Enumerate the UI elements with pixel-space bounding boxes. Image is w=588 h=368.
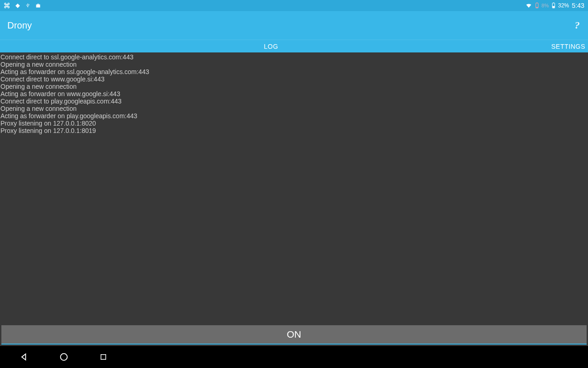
log-line: Connect direct to www.google.si:443 [0,75,588,83]
app-bar: Drony ? [0,11,588,40]
svg-rect-5 [553,6,554,7]
log-line: Opening a new connection [0,61,588,68]
battery2-percent: 32% [558,2,569,9]
nav-bar [0,346,588,368]
battery1-percent: 8% [542,3,549,8]
battery-low-icon [535,2,539,9]
log-line: Connect direct to ssl.google-analytics.c… [0,53,588,61]
usb-icon [25,2,30,9]
wifi-icon [525,3,532,9]
help-icon[interactable]: ? [575,19,581,31]
log-line: Acting as forwarder on ssl.google-analyt… [0,68,588,75]
log-line: Acting as forwarder on www.google.si:443 [0,90,588,98]
log-line: Acting as forwarder on play.googleapis.c… [0,112,588,120]
status-clock: 5:43 [572,2,584,9]
nav-home-button[interactable] [58,351,70,363]
tab-settings[interactable]: SETTINGS [542,40,588,52]
nav-back-button[interactable] [18,351,30,363]
status-bar: 8% 32% 5:43 [0,0,588,11]
svg-rect-1 [536,3,537,3]
svg-rect-2 [536,7,538,7]
log-line: Opening a new connection [0,105,588,112]
svg-rect-4 [553,3,554,3]
tab-bar: LOG SETTINGS [0,40,588,52]
log-line: Proxy listening on 127.0.0.1:8020 [0,120,588,127]
nav-recent-button[interactable] [97,351,109,363]
log-line: Opening a new connection [0,83,588,90]
svg-point-6 [61,354,68,361]
on-button[interactable]: ON [1,325,587,345]
app-title: Drony [7,20,32,31]
log-area[interactable]: Connect direct to ssl.google-analytics.c… [0,52,588,324]
battery-icon [552,2,555,9]
log-line: Proxy listening on 127.0.0.1:8019 [0,127,588,134]
on-button-wrap: ON [0,324,588,346]
tab-log[interactable]: LOG [0,40,542,52]
tag-icon [15,3,21,9]
log-line: Connect direct to play.googleapis.com:44… [0,98,588,105]
briefcase-icon [35,3,41,9]
command-icon [4,2,10,9]
svg-rect-7 [101,355,106,360]
